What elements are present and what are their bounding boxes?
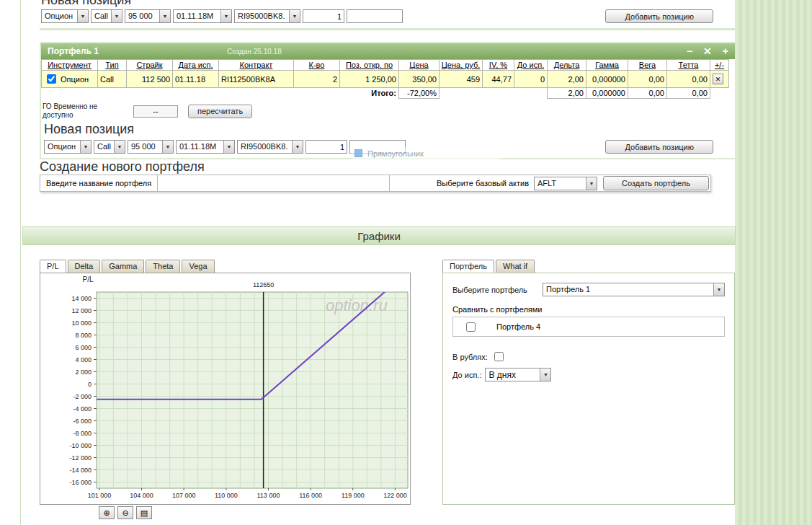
col-header-open-price[interactable]: Поз. откр. по xyxy=(340,60,399,71)
chevron-down-icon: ▼ xyxy=(713,283,724,296)
totals-label: Итого: xyxy=(340,88,399,99)
create-portfolio-button[interactable]: Создать портфель xyxy=(603,176,709,190)
portfolio-window-buttons: − ✕ + xyxy=(687,46,728,56)
tab-what-if[interactable]: What if xyxy=(496,260,535,273)
tab-pl[interactable]: P/L xyxy=(40,260,66,273)
cell-iv: 44,77 xyxy=(483,71,514,88)
col-header-price-rub[interactable]: Цена, руб. xyxy=(440,60,483,71)
col-header-qty[interactable]: К-во xyxy=(294,60,340,71)
cell-delta: 2,00 xyxy=(548,71,586,88)
svg-text:107 000: 107 000 xyxy=(172,492,196,499)
table-header-row: Инструмент Тип Страйк Дата исп. Контракт… xyxy=(42,60,729,71)
strike-select[interactable]: 95 000 ▼ xyxy=(128,140,174,154)
contract-select-value: RI95000BK8. xyxy=(235,10,289,22)
col-header-instrument[interactable]: Инструмент xyxy=(42,60,98,71)
col-header-expiry[interactable]: Дата исп. xyxy=(173,60,219,71)
position-checkbox[interactable] xyxy=(47,74,56,84)
col-header-price[interactable]: Цена xyxy=(399,60,440,71)
contract-select[interactable]: RI95000BK8. ▼ xyxy=(234,9,300,23)
svg-text:6 000: 6 000 xyxy=(75,344,92,351)
days-select[interactable]: В днях ▼ xyxy=(485,368,551,381)
go-row: ГО Временно не доступно -- пересчитать xyxy=(43,102,733,120)
positions-table: Инструмент Тип Страйк Дата исп. Контракт… xyxy=(41,59,729,99)
tab-delta[interactable]: Delta xyxy=(68,260,101,273)
rectangle-tool-icon xyxy=(354,149,362,157)
chevron-down-icon: ▼ xyxy=(220,10,231,22)
expiry-select[interactable]: 01.11.18M ▼ xyxy=(173,9,232,23)
portfolio-select-value: Портфель 1 xyxy=(543,283,713,296)
previous-portfolio-new-position-section: Новая позиция Опцион ▼ Call ▼ 95 000 ▼ 0… xyxy=(40,0,735,30)
col-header-strike[interactable]: Страйк xyxy=(127,60,173,71)
svg-text:P/L: P/L xyxy=(82,275,93,283)
portfolio-name-input[interactable] xyxy=(158,175,390,191)
col-header-gamma[interactable]: Гамма xyxy=(586,60,628,71)
tab-portfolio[interactable]: Портфель xyxy=(442,260,494,273)
rubles-checkbox[interactable] xyxy=(494,352,504,361)
svg-text:4 000: 4 000 xyxy=(75,356,92,363)
recalculate-button[interactable]: пересчитать xyxy=(188,105,252,118)
expiry-select-value: 01.11.18M xyxy=(174,10,220,22)
price-input[interactable] xyxy=(347,9,403,23)
svg-text:0: 0 xyxy=(88,381,92,388)
tab-vega[interactable]: Vega xyxy=(182,260,214,273)
col-header-iv[interactable]: IV, % xyxy=(483,60,514,71)
portfolio-title: Портфель 1 xyxy=(48,46,99,56)
chart-settings-button[interactable]: ▤ xyxy=(136,506,152,519)
cell-price-rub: 459 xyxy=(440,71,483,88)
base-asset-select-value: AFLT xyxy=(535,177,586,190)
totals-pct: -72,00% xyxy=(399,88,440,99)
chevron-down-icon: ▼ xyxy=(540,369,550,381)
svg-text:112650: 112650 xyxy=(253,281,274,288)
compare-list: Портфель 4 xyxy=(452,317,725,337)
svg-text:10 000: 10 000 xyxy=(71,319,92,327)
svg-text:-4 000: -4 000 xyxy=(73,405,92,412)
contract-select[interactable]: RI95000BK8. ▼ xyxy=(237,140,303,154)
add-position-button[interactable]: Добавить позицию xyxy=(605,140,713,154)
qty-input[interactable] xyxy=(305,140,347,154)
strike-select[interactable]: 95 000 ▼ xyxy=(125,9,171,23)
instrument-select-value: Опцион xyxy=(42,10,77,22)
option-type-select[interactable]: Call ▼ xyxy=(94,140,125,154)
add-icon[interactable]: + xyxy=(723,46,728,56)
option-type-select-value: Call xyxy=(94,141,114,153)
svg-text:101 000: 101 000 xyxy=(88,492,112,499)
col-header-days[interactable]: До исп. xyxy=(514,60,548,71)
tab-theta[interactable]: Theta xyxy=(146,260,180,273)
expiry-select[interactable]: 01.11.18M ▼ xyxy=(176,140,235,154)
qty-input[interactable] xyxy=(303,9,344,23)
strike-select-value: 95 000 xyxy=(125,10,159,22)
svg-text:116 000: 116 000 xyxy=(299,492,322,499)
cell-days: 0 xyxy=(514,71,548,88)
remove-position-button[interactable]: ✕ xyxy=(713,74,723,84)
create-portfolio-form: Введите название портфеля Выберите базов… xyxy=(40,175,711,192)
base-asset-select[interactable]: AFLT ▼ xyxy=(534,177,597,190)
svg-text:2 000: 2 000 xyxy=(75,369,92,376)
zoom-in-button[interactable]: ⊕ xyxy=(99,506,115,519)
chart-tabs: P/L Delta Gamma Theta Vega xyxy=(40,260,412,273)
col-header-vega[interactable]: Вега xyxy=(628,60,667,71)
portfolio-select[interactable]: Портфель 1 ▼ xyxy=(543,283,725,296)
svg-text:8 000: 8 000 xyxy=(75,332,92,339)
position-row: Опцион Call 112 500 01.11.18 RI112500BK8… xyxy=(42,71,729,88)
option-type-select[interactable]: Call ▼ xyxy=(91,9,122,23)
add-position-button[interactable]: Добавить позицию xyxy=(605,9,713,23)
col-header-theta[interactable]: Тетта xyxy=(667,60,710,71)
svg-text:-6 000: -6 000 xyxy=(73,418,92,425)
compare-portfolio-label: Портфель 4 xyxy=(496,322,540,331)
compare-portfolio-checkbox[interactable] xyxy=(466,322,476,332)
rubles-label: В рублях: xyxy=(452,353,488,361)
col-header-contract[interactable]: Контракт xyxy=(219,60,294,71)
minimize-icon[interactable]: − xyxy=(687,46,692,56)
zoom-out-button[interactable]: ⊖ xyxy=(117,506,133,519)
tab-gamma[interactable]: Gamma xyxy=(102,260,144,273)
col-header-delta[interactable]: Дельта xyxy=(548,60,586,71)
instrument-select[interactable]: Опцион ▼ xyxy=(44,140,92,154)
chevron-down-icon: ▼ xyxy=(114,141,125,153)
instrument-select[interactable]: Опцион ▼ xyxy=(41,9,89,23)
chart-column: P/L Delta Gamma Theta Vega 14 00012 0001… xyxy=(40,260,412,519)
page: Новая позиция Опцион ▼ Call ▼ 95 000 ▼ 0… xyxy=(0,0,812,525)
contract-select-value: RI95000BK8. xyxy=(238,141,292,153)
chevron-down-icon: ▼ xyxy=(80,141,91,153)
close-icon[interactable]: ✕ xyxy=(703,46,712,56)
col-header-type[interactable]: Тип xyxy=(98,60,127,71)
